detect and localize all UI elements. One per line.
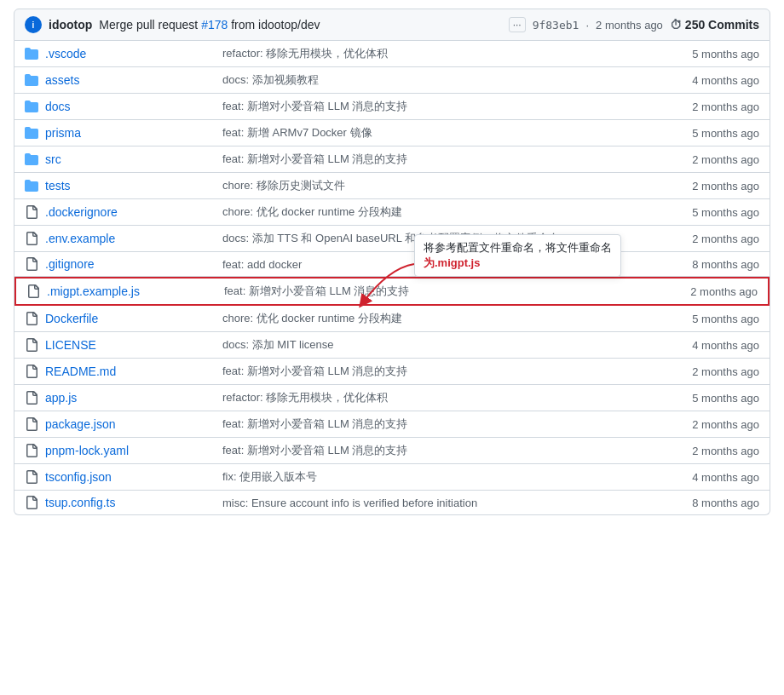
pr-link[interactable]: #178 [201,18,228,32]
file-time: 2 months ago [657,101,759,113]
file-commit-message: refactor: 移除无用模块，优化体积 [222,46,650,61]
file-time: 2 months ago [657,365,759,378]
file-time: 4 months ago [657,471,759,484]
file-icon [25,417,38,431]
file-time: 5 months ago [657,48,759,60]
file-name-link[interactable]: .migpt.example.js [47,284,140,298]
file-row: .migpt.example.jsfeat: 新增对小爱音箱 LLM 消息的支持… [14,277,770,306]
file-commit-message: refactor: 移除无用模块，优化体积 [222,390,650,405]
file-icon [25,257,38,271]
file-time: 2 months ago [657,233,759,245]
file-commit-message: chore: 优化 docker runtime 分段构建 [222,204,650,220]
file-icon [25,338,38,352]
file-time: 2 months ago [657,180,759,192]
file-row: pnpm-lock.yamlfeat: 新增对小爱音箱 LLM 消息的支持2 m… [14,438,770,464]
file-name-link[interactable]: assets [45,73,79,87]
folder-icon [25,73,38,87]
file-row: assetsdocs: 添加视频教程4 months ago [14,67,770,94]
file-icon [25,365,38,378]
file-row: .vscoderefactor: 移除无用模块，优化体积5 months ago [14,41,770,67]
folder-icon [25,152,38,166]
file-row: prismafeat: 新增 ARMv7 Docker 镜像5 months a… [14,120,770,146]
folder-icon [25,47,38,60]
file-commit-message: docs: 添加 MIT license [222,337,650,353]
file-name-link[interactable]: prisma [45,126,81,140]
file-time: 8 months ago [657,258,759,271]
file-row: Dockerfilechore: 优化 docker runtime 分段构建5… [14,306,770,332]
commits-count[interactable]: ⏱ 250 Commits [670,18,759,32]
file-name-link[interactable]: package.json [45,417,116,431]
file-name-link[interactable]: .dockerignore [45,205,118,219]
commit-ellipsis-button[interactable]: ··· [509,17,526,32]
commit-message: Merge pull request #178 from idootop/dev [99,18,501,32]
file-name-link[interactable]: tsup.config.ts [45,496,116,509]
commit-time: 2 months ago [596,19,663,32]
file-time: 5 months ago [657,392,759,405]
file-list: .vscoderefactor: 移除无用模块，优化体积5 months ago… [14,41,770,515]
file-commit-message: feat: 新增对小爱音箱 LLM 消息的支持 [224,284,649,299]
file-commit-message: misc: Ensure account info is verified be… [222,497,650,509]
file-name-link[interactable]: tests [45,179,71,192]
commits-label: 250 Commits [685,18,759,32]
file-icon [26,284,40,298]
file-row: README.mdfeat: 新增对小爱音箱 LLM 消息的支持2 months… [14,359,770,385]
file-icon [25,470,38,484]
file-commit-message: feat: 新增对小爱音箱 LLM 消息的支持 [222,99,650,114]
file-name-link[interactable]: .vscode [45,47,86,60]
file-name-link[interactable]: Dockerfile [45,312,98,325]
file-commit-message: feat: 新增 ARMv7 Docker 镜像 [222,125,650,141]
file-time: 5 months ago [657,127,759,140]
file-icon [25,205,38,219]
commit-bar: i idootop Merge pull request #178 from i… [14,9,770,41]
file-icon [25,496,38,509]
file-commit-message: docs: 添加 TTS 和 OpenAI baseURL 和参考配置案例，将文… [222,231,650,246]
file-time: 5 months ago [657,313,759,325]
file-commit-message: feat: 新增对小爱音箱 LLM 消息的支持 [222,443,650,458]
file-time: 4 months ago [657,74,759,87]
file-commit-message: docs: 添加视频教程 [222,72,650,88]
file-icon [25,444,38,457]
file-time: 4 months ago [657,339,759,352]
file-row: package.jsonfeat: 新增对小爱音箱 LLM 消息的支持2 mon… [14,411,770,438]
file-name-link[interactable]: src [45,152,61,166]
file-name-link[interactable]: app.js [45,391,77,405]
file-name-link[interactable]: docs [45,100,71,113]
file-row: tsconfig.jsonfix: 使用嵌入版本号4 months ago [14,464,770,491]
folder-icon [25,126,38,140]
file-row: .gitignorefeat: add docker8 months ago [14,252,770,277]
file-row: srcfeat: 新增对小爱音箱 LLM 消息的支持2 months ago [14,146,770,173]
file-icon [25,391,38,405]
file-time: 2 months ago [655,285,758,298]
history-icon: ⏱ [670,18,682,32]
file-name-link[interactable]: tsconfig.json [45,470,112,484]
file-name-link[interactable]: pnpm-lock.yaml [45,444,129,457]
file-time: 2 months ago [657,418,759,431]
file-icon [25,312,38,325]
file-row: docsfeat: 新增对小爱音箱 LLM 消息的支持2 months ago [14,94,770,120]
file-row: tsup.config.tsmisc: Ensure account info … [14,491,770,514]
file-time: 5 months ago [657,206,759,219]
file-commit-message: feat: 新增对小爱音箱 LLM 消息的支持 [222,364,650,379]
file-commit-message: fix: 使用嵌入版本号 [222,469,650,485]
file-row: LICENSEdocs: 添加 MIT license4 months ago [14,332,770,359]
file-row: .env.exampledocs: 添加 TTS 和 OpenAI baseUR… [14,226,770,252]
file-commit-message: feat: add docker [222,258,650,271]
commit-hash[interactable]: 9f83eb1 [533,19,579,32]
commit-username[interactable]: idootop [49,18,92,32]
file-name-link[interactable]: .env.example [45,232,115,245]
file-time: 2 months ago [657,153,759,166]
file-commit-message: feat: 新增对小爱音箱 LLM 消息的支持 [222,416,650,432]
file-commit-message: chore: 优化 docker runtime 分段构建 [222,311,650,326]
file-commit-message: feat: 新增对小爱音箱 LLM 消息的支持 [222,152,650,167]
file-name-link[interactable]: README.md [45,365,116,378]
avatar: i [25,16,42,33]
file-row: app.jsrefactor: 移除无用模块，优化体积5 months ago [14,385,770,411]
file-time: 8 months ago [657,497,759,509]
file-row: testschore: 移除历史测试文件2 months ago [14,173,770,199]
file-name-link[interactable]: LICENSE [45,338,96,352]
file-icon [25,232,38,245]
file-name-link[interactable]: .gitignore [45,257,95,271]
file-row: .dockerignorechore: 优化 docker runtime 分段… [14,199,770,226]
folder-icon [25,100,38,113]
folder-icon [25,179,38,192]
